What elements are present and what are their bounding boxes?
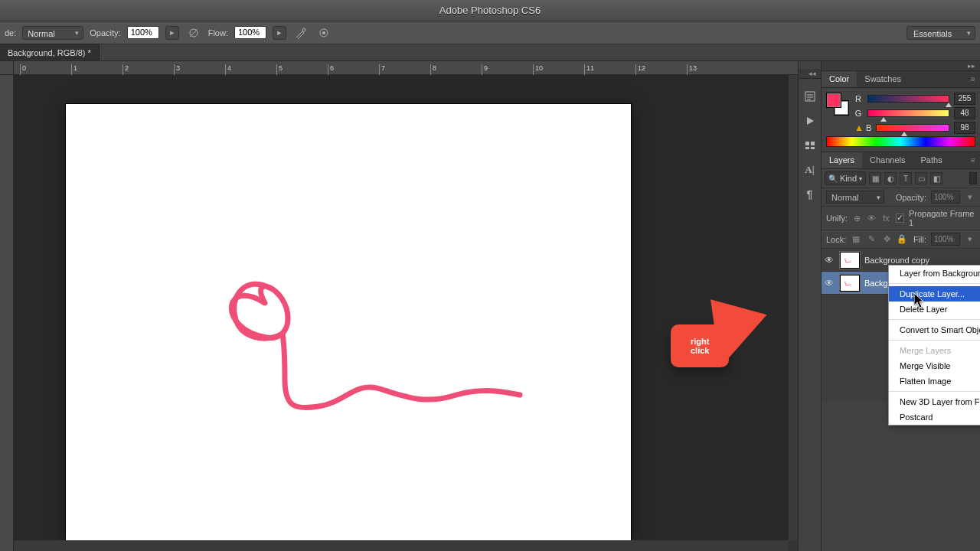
canvas[interactable] — [66, 104, 631, 540]
layer-opacity-field[interactable]: 100% — [931, 191, 960, 204]
menu-separator — [889, 283, 980, 284]
panels-collapse-toggle[interactable]: ▸▸ — [822, 61, 980, 71]
actions-icon[interactable] — [803, 114, 817, 128]
menu-item[interactable]: Flatten Image — [889, 373, 980, 389]
ruler-tick: 13 — [687, 64, 697, 75]
menu-item[interactable]: Layer from Background... — [889, 266, 980, 281]
lock-position-icon[interactable]: ✥ — [881, 234, 892, 245]
fill-field[interactable]: 100% — [931, 233, 960, 246]
history-icon[interactable] — [803, 90, 817, 103]
ruler-vertical[interactable] — [0, 75, 14, 551]
foreground-swatch[interactable] — [826, 93, 841, 108]
flow-field[interactable]: 100% — [234, 26, 266, 39]
menu-separator — [889, 391, 980, 392]
svg-point-1 — [302, 28, 305, 31]
lock-transparency-icon[interactable]: ▦ — [851, 234, 861, 245]
menu-item[interactable]: New 3D Layer from File... — [889, 394, 980, 409]
visibility-eye-icon[interactable]: 👁 — [825, 278, 835, 289]
lock-all-icon[interactable]: 🔒 — [897, 234, 907, 245]
color-swatch-pair[interactable] — [826, 93, 849, 116]
layers-panel-menu[interactable]: ≡ — [966, 152, 980, 168]
tab-paths[interactable]: Paths — [913, 152, 950, 168]
r-value[interactable]: 255 — [954, 93, 975, 105]
pressure-size-icon[interactable] — [315, 24, 332, 41]
svg-rect-8 — [805, 147, 809, 149]
ruler-horizontal[interactable]: 012345678910111213 — [14, 61, 798, 75]
airbrush-icon[interactable] — [292, 24, 309, 41]
menu-item: Merge Layers — [889, 343, 980, 358]
flow-stepper[interactable]: ▸ — [273, 26, 286, 40]
opacity-field[interactable]: 100% — [127, 26, 159, 39]
spectrum-ramp[interactable] — [826, 136, 975, 147]
filter-shape-icon[interactable]: ▭ — [915, 172, 927, 184]
svg-rect-6 — [805, 142, 809, 145]
layer-opacity-label: Opacity: — [896, 193, 926, 202]
drawing-stroke — [66, 104, 631, 540]
layer-filter-kind[interactable]: 🔍 Kind ▾ — [825, 171, 866, 185]
b-slider[interactable] — [876, 124, 949, 132]
workspace-dropdown[interactable]: Essentials — [906, 26, 975, 40]
tab-color[interactable]: Color — [822, 71, 857, 87]
blend-mode-dropdown[interactable]: Normal — [826, 191, 884, 204]
ruler-tick: 8 — [430, 64, 436, 75]
pressure-opacity-icon[interactable] — [185, 24, 202, 41]
layer-context-menu: Layer from Background...Duplicate Layer.… — [888, 265, 980, 425]
ruler-tick: 2 — [122, 64, 129, 75]
callout-annotation: right click — [671, 324, 729, 367]
character-icon[interactable]: A| — [803, 163, 817, 177]
unify-style-icon[interactable]: fx — [881, 213, 891, 223]
color-panel-menu[interactable]: ≡ — [966, 71, 980, 87]
menu-item[interactable]: Convert to Smart Object — [889, 322, 980, 337]
dock-collapse-toggle[interactable]: ◂◂ — [799, 69, 821, 79]
lock-label: Lock: — [826, 235, 846, 244]
ruler-tick: 10 — [533, 64, 543, 75]
filter-toggle[interactable] — [969, 172, 977, 184]
opacity-stepper-icon[interactable]: ▾ — [965, 192, 975, 203]
r-slider[interactable] — [867, 95, 949, 103]
document-tab[interactable]: Background, RGB/8) * — [0, 44, 100, 60]
tab-layers[interactable]: Layers — [822, 152, 862, 168]
ruler-origin[interactable] — [0, 61, 14, 75]
menu-item[interactable]: Duplicate Layer... — [889, 286, 980, 302]
tab-swatches[interactable]: Swatches — [857, 71, 909, 87]
propagate-label: Propagate Frame 1 — [909, 209, 975, 227]
menu-item[interactable]: Merge Visible — [889, 358, 980, 373]
collapsed-dock: ◂◂ A| ¶ — [798, 61, 821, 551]
mode-dropdown[interactable]: Normal — [22, 26, 83, 40]
opacity-stepper[interactable]: ▸ — [165, 26, 179, 40]
g-value[interactable]: 48 — [954, 107, 975, 119]
filter-adjust-icon[interactable]: ◐ — [884, 172, 897, 184]
r-label: R — [854, 94, 863, 103]
svg-rect-7 — [811, 142, 815, 145]
mode-label: de: — [5, 28, 16, 37]
properties-icon[interactable] — [803, 139, 817, 152]
ruler-tick: 7 — [379, 64, 385, 75]
options-bar: de: Normal Opacity: 100% ▸ Flow: 100% ▸ … — [0, 21, 980, 44]
menu-separator — [889, 319, 980, 320]
svg-marker-5 — [807, 117, 814, 125]
menu-item[interactable]: Delete Layer — [889, 302, 980, 317]
visibility-eye-icon[interactable]: 👁 — [825, 255, 835, 266]
g-slider[interactable] — [867, 109, 949, 117]
menu-item[interactable]: Postcard — [889, 409, 980, 425]
unify-position-icon[interactable]: ⊕ — [852, 213, 862, 223]
cursor-icon — [914, 293, 925, 308]
lock-pixels-icon[interactable]: ✎ — [866, 234, 877, 245]
paragraph-icon[interactable]: ¶ — [803, 187, 817, 201]
color-panel: Color Swatches ≡ R 255 — [822, 71, 980, 152]
propagate-checkbox[interactable] — [896, 214, 904, 223]
tab-channels[interactable]: Channels — [862, 152, 913, 168]
gamut-warning-icon[interactable]: ▲ — [854, 122, 864, 133]
filter-smart-icon[interactable]: ◧ — [930, 172, 942, 184]
b-value[interactable]: 98 — [954, 122, 975, 134]
unify-visibility-icon[interactable]: 👁 — [867, 213, 877, 223]
layer-thumbnail[interactable] — [840, 275, 860, 292]
ruler-tick: 0 — [20, 64, 26, 75]
vertical-scrollbar[interactable] — [789, 75, 798, 540]
horizontal-scrollbar[interactable] — [14, 540, 789, 551]
filter-pixel-icon[interactable]: ▦ — [869, 172, 881, 184]
fill-stepper-icon[interactable]: ▾ — [965, 234, 975, 245]
filter-type-icon[interactable]: T — [900, 172, 912, 184]
g-label: G — [854, 109, 863, 118]
layer-thumbnail[interactable] — [840, 252, 860, 269]
